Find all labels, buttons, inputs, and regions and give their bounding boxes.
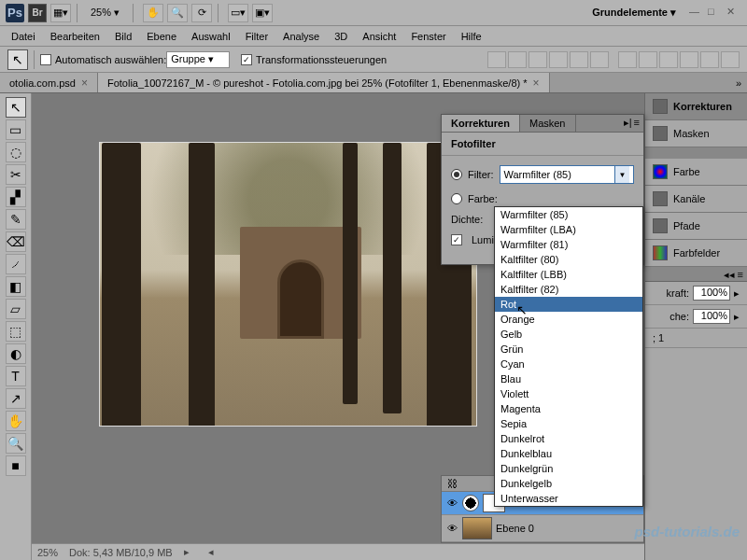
- rotate-icon[interactable]: ⟳: [191, 4, 212, 22]
- dropdown-item[interactable]: Magenta: [495, 401, 642, 416]
- dropdown-item[interactable]: Grün: [495, 342, 642, 357]
- menu-auswahl[interactable]: Auswahl: [191, 31, 231, 42]
- visibility-icon[interactable]: 👁: [445, 522, 458, 535]
- align-btn[interactable]: [487, 51, 506, 68]
- filter-dropdown[interactable]: Warmfilter (85) ▼: [500, 165, 635, 184]
- menu-filter[interactable]: Filter: [246, 31, 268, 42]
- filter-radio[interactable]: [451, 169, 462, 180]
- dropdown-item[interactable]: Dunkelgrün: [495, 461, 642, 476]
- distribute-btn[interactable]: [639, 51, 657, 68]
- dodge-tool[interactable]: ◐: [6, 343, 26, 364]
- document-tab[interactable]: otolia.com.psd×: [0, 73, 98, 92]
- ps-app-icon[interactable]: Ps: [6, 4, 24, 22]
- dropdown-item[interactable]: Cyan: [495, 357, 642, 371]
- align-btn[interactable]: [590, 51, 609, 68]
- auto-select-checkbox[interactable]: [40, 54, 51, 65]
- maximize-icon[interactable]: □: [708, 6, 723, 21]
- path-tool[interactable]: ↗: [6, 388, 26, 409]
- zoom-tool-icon[interactable]: 🔍: [167, 4, 188, 22]
- expand-icon[interactable]: ▸|: [624, 117, 632, 130]
- hand-tool[interactable]: ✋: [6, 411, 26, 431]
- align-btn[interactable]: [529, 51, 547, 68]
- bridge-icon[interactable]: Br: [28, 4, 47, 22]
- lasso-tool[interactable]: ◌: [6, 142, 26, 162]
- align-btn[interactable]: [508, 51, 527, 68]
- pen-tool[interactable]: ⟋: [6, 254, 26, 274]
- dropdown-item[interactable]: Orange: [495, 312, 642, 327]
- opacity-input[interactable]: 100%: [693, 286, 730, 301]
- luminanz-checkbox[interactable]: ✓: [451, 234, 462, 245]
- workspace-preset[interactable]: Grundelemente ▾: [592, 7, 676, 19]
- panel-kanaele[interactable]: Kanäle: [645, 186, 747, 213]
- move-tool[interactable]: ↖: [6, 97, 26, 118]
- dropdown-item[interactable]: Warmfilter (LBA): [495, 222, 642, 237]
- crop-tool[interactable]: ✂: [6, 164, 26, 185]
- color-swatch[interactable]: ■: [6, 455, 26, 476]
- dropdown-item[interactable]: Kaltfilter (LBB): [495, 267, 642, 282]
- menu-analyse[interactable]: Analyse: [283, 31, 319, 42]
- document-tab[interactable]: Fotolia_10072167_M - © pureshot - Fotoli…: [98, 73, 550, 92]
- panel-farbfelder[interactable]: Farbfelder: [645, 240, 747, 267]
- distribute-btn[interactable]: [700, 51, 719, 68]
- move-tool-indicator[interactable]: ↖: [7, 49, 28, 70]
- tab-korrekturen[interactable]: Korrekturen: [442, 115, 520, 132]
- selection-tool[interactable]: ⬚: [6, 321, 26, 342]
- eraser-tool[interactable]: ⌫: [6, 231, 26, 252]
- dropdown-item[interactable]: Sepia: [495, 416, 642, 431]
- patch-tool[interactable]: ▞: [6, 187, 26, 207]
- marquee-tool[interactable]: ▭: [6, 119, 26, 140]
- layer-link-icon[interactable]: ⛓: [447, 478, 458, 489]
- filter-dropdown-list[interactable]: Warmfilter (85)Warmfilter (LBA)Warmfilte…: [494, 206, 643, 507]
- menu-3d[interactable]: 3D: [334, 31, 347, 42]
- chevron-down-icon[interactable]: ▼: [614, 166, 629, 183]
- menu-bearbeiten[interactable]: Bearbeiten: [50, 31, 100, 42]
- layer-name[interactable]: Ebene 0: [496, 523, 534, 534]
- screen-mode-icon[interactable]: ▣▾: [252, 4, 273, 22]
- panel-farbe[interactable]: Farbe: [645, 159, 747, 186]
- tab-close-icon[interactable]: ×: [81, 77, 88, 90]
- dropdown-item[interactable]: Warmfilter (85): [495, 207, 642, 222]
- dropdown-item[interactable]: Violett: [495, 386, 642, 401]
- transform-checkbox[interactable]: ✓: [241, 54, 252, 65]
- farbe-radio[interactable]: [451, 193, 462, 204]
- distribute-btn[interactable]: [680, 51, 698, 68]
- tab-masken[interactable]: Masken: [520, 115, 576, 132]
- arrange-icon[interactable]: ▭▾: [228, 4, 248, 22]
- dropdown-item[interactable]: Dunkelblau: [495, 446, 642, 461]
- panel-pfade[interactable]: Pfade: [645, 213, 747, 240]
- zoom-level[interactable]: 25% ▾: [91, 7, 120, 19]
- hand-tool-icon[interactable]: ✋: [143, 4, 163, 22]
- dropdown-item[interactable]: Rot: [495, 297, 642, 312]
- brush-tool[interactable]: ✎: [6, 209, 26, 230]
- layer-row-base[interactable]: 👁 Ebene 0: [442, 515, 643, 542]
- panel-masken[interactable]: Masken: [645, 120, 747, 147]
- distribute-btn[interactable]: [618, 51, 637, 68]
- menu-fenster[interactable]: Fenster: [411, 31, 445, 42]
- launch-icon[interactable]: ▦▾: [50, 4, 71, 22]
- dropdown-item[interactable]: Warmfilter (81): [495, 237, 642, 252]
- dropdown-item[interactable]: Gelb: [495, 327, 642, 342]
- dropdown-item[interactable]: Kaltfilter (80): [495, 252, 642, 267]
- gradient-tool[interactable]: ◧: [6, 276, 26, 297]
- type-tool[interactable]: T: [6, 366, 26, 386]
- menu-ebene[interactable]: Ebene: [147, 31, 176, 42]
- menu-ansicht[interactable]: Ansicht: [362, 31, 396, 42]
- close-icon[interactable]: ✕: [726, 6, 741, 21]
- panel-menu-icon[interactable]: ≡: [634, 117, 640, 130]
- dropdown-item[interactable]: Blau: [495, 371, 642, 386]
- shape-tool[interactable]: ▱: [6, 299, 26, 319]
- tab-close-icon[interactable]: ×: [533, 77, 540, 90]
- dropdown-item[interactable]: Kaltfilter (82): [495, 282, 642, 297]
- menu-hilfe[interactable]: Hilfe: [461, 31, 482, 42]
- distribute-btn[interactable]: [659, 51, 678, 68]
- zoom-tool[interactable]: 🔍: [6, 433, 26, 454]
- dropdown-item[interactable]: Dunkelgelb: [495, 476, 642, 491]
- dropdown-item[interactable]: Dunkelrot: [495, 431, 642, 446]
- align-btn[interactable]: [570, 51, 588, 68]
- auto-select-dropdown[interactable]: Gruppe ▾: [166, 51, 230, 68]
- align-btn[interactable]: [549, 51, 568, 68]
- tab-overflow-icon[interactable]: »: [730, 73, 747, 92]
- menu-bild[interactable]: Bild: [115, 31, 132, 42]
- panel-korrekturen[interactable]: Korrekturen: [645, 93, 747, 120]
- minimize-icon[interactable]: —: [689, 6, 704, 21]
